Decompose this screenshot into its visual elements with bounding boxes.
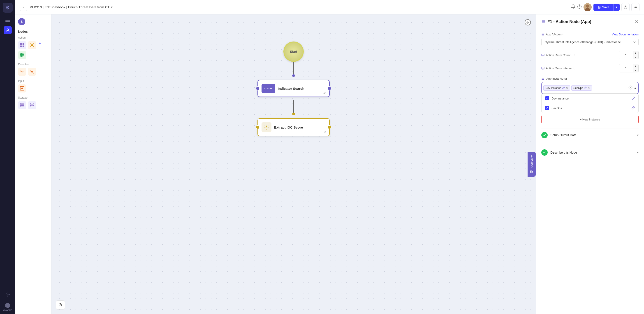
node1-number: #1 xyxy=(324,92,326,95)
node-indicator-search[interactable]: CYWARE Indicator Search #1 xyxy=(258,80,330,97)
retry-count-up[interactable]: ▲ xyxy=(633,51,638,55)
svg-rect-43 xyxy=(532,172,533,172)
input-label: Input xyxy=(18,80,48,82)
close-panel-button[interactable]: ✕ xyxy=(635,19,638,24)
save-dropdown-button[interactable]: ▾ xyxy=(613,4,620,11)
svg-point-11 xyxy=(625,6,626,8)
svg-rect-20 xyxy=(20,43,22,45)
retry-interval-up[interactable]: ▲ xyxy=(633,64,638,68)
svg-rect-0 xyxy=(6,19,10,19)
setup-output-arrow[interactable]: ▾ xyxy=(637,133,638,137)
storage-node-1[interactable] xyxy=(18,101,26,109)
s-badge: S xyxy=(18,18,25,25)
svg-rect-2 xyxy=(6,22,10,22)
expand-arrow[interactable]: » xyxy=(39,41,41,49)
condition-label: Condition xyxy=(18,63,48,66)
action-node-app[interactable] xyxy=(18,41,26,49)
describe-node-label: Describe this Node xyxy=(550,151,577,154)
node2-right-dot xyxy=(328,125,332,129)
view-documentation-link[interactable]: View Documentation xyxy=(612,33,638,36)
condition-node-branch[interactable] xyxy=(18,68,26,76)
more-options-button[interactable]: ••• xyxy=(631,3,640,11)
retry-interval-row: Action Retry Interval ⓘ ▲ ▼ xyxy=(541,64,638,72)
connector-dot-2 xyxy=(292,112,295,115)
sidebar-settings[interactable] xyxy=(4,290,12,299)
instance-secops-close[interactable]: ✕ xyxy=(588,86,590,90)
svg-point-24 xyxy=(31,44,33,46)
secops-link-icon[interactable] xyxy=(632,106,635,110)
instance-tag-secops: SecOps ✕ xyxy=(571,85,592,91)
dropdown-item-secops[interactable]: ✓ SecOps xyxy=(542,103,638,113)
main-wrapper: ‹ PLB310 | Edit Playbook | Enrich Threat… xyxy=(15,0,644,314)
retry-interval-info-icon: ⓘ xyxy=(574,66,576,70)
new-instance-button[interactable]: + New Instance xyxy=(541,115,638,124)
condition-category: Condition xyxy=(18,63,48,76)
retry-count-down[interactable]: ▼ xyxy=(633,55,638,59)
save-button[interactable]: Save xyxy=(594,4,613,11)
start-node[interactable]: Start xyxy=(284,42,304,62)
overview-label: Overview xyxy=(530,156,534,168)
bell-icon[interactable] xyxy=(571,4,576,10)
svg-rect-56 xyxy=(542,67,544,69)
app-action-select[interactable]: Cyware Threat Intelligence eXchange (CTI… xyxy=(541,38,638,46)
right-panel: #1 - Action Node (App) ✕ App / Action * … xyxy=(536,14,644,314)
instance-dev-link-icon[interactable] xyxy=(562,86,565,90)
dev-link-icon[interactable] xyxy=(632,96,635,100)
storage-category: Storage xyxy=(18,96,48,109)
svg-line-15 xyxy=(626,8,627,8)
retry-count-input[interactable] xyxy=(619,52,633,59)
cyware-brand-logo: CYWARE xyxy=(3,302,12,311)
retry-count-input-wrap: ▲ ▼ xyxy=(619,51,638,59)
connector-1 xyxy=(293,62,294,75)
describe-node-check xyxy=(541,149,548,156)
describe-node-arrow[interactable]: ▾ xyxy=(637,151,638,154)
node-extract-ioc[interactable]: Extract IOC Score #2 xyxy=(258,118,330,136)
setup-output-row[interactable]: Setup Output Data ▾ xyxy=(541,128,638,142)
instance-secops-label: SecOps xyxy=(573,86,583,90)
svg-point-30 xyxy=(31,71,33,72)
header-right: Save ▾ ••• xyxy=(571,3,640,11)
retry-count-info-icon: ⓘ xyxy=(572,53,574,57)
condition-node-gear[interactable] xyxy=(28,68,36,76)
sidebar-hamburger[interactable] xyxy=(4,16,12,24)
instance-secops-link-icon[interactable] xyxy=(584,86,587,90)
instance-dev-close[interactable]: ✕ xyxy=(566,86,568,90)
overview-button[interactable]: Overview xyxy=(528,152,536,176)
retry-interval-down[interactable]: ▼ xyxy=(633,68,638,72)
instances-toggle-arrow[interactable]: ▲ xyxy=(634,86,636,90)
clear-all-button[interactable] xyxy=(628,86,632,90)
breadcrumb: PLB310 | Edit Playbook | Enrich Threat D… xyxy=(30,5,113,9)
right-panel-header: #1 - Action Node (App) ✕ xyxy=(536,14,644,28)
right-panel-body: App / Action * View Documentation Cyware… xyxy=(536,28,644,163)
instances-box[interactable]: Dev Instance ✕ SecOps ✕ xyxy=(541,82,638,94)
content-area: S Nodes Action » xyxy=(15,14,644,314)
sidebar-item-users[interactable] xyxy=(4,26,12,34)
node1-title: Indicator Search xyxy=(278,86,304,90)
describe-node-row[interactable]: Describe this Node ▾ xyxy=(541,146,638,159)
user-avatar[interactable] xyxy=(584,3,592,11)
canvas: Start CYWARE Indicator Search #1 xyxy=(52,14,536,314)
node1-left-dot xyxy=(256,86,260,90)
svg-rect-22 xyxy=(20,46,22,47)
dropdown-secops-label: SecOps xyxy=(552,106,562,110)
dev-checkbox[interactable]: ✓ xyxy=(545,96,549,100)
svg-rect-45 xyxy=(532,170,533,171)
secops-checkbox[interactable]: ✓ xyxy=(545,106,549,110)
dropdown-item-dev[interactable]: ✓ Dev Instance xyxy=(542,94,638,103)
node2-title: Extract IOC Score xyxy=(274,126,303,129)
svg-rect-25 xyxy=(20,53,24,57)
nodes-panel-title: Nodes xyxy=(18,30,48,34)
input-node[interactable] xyxy=(18,84,26,92)
action-node-gear[interactable] xyxy=(28,41,36,49)
zoom-button[interactable] xyxy=(56,300,65,310)
bulb-button[interactable] xyxy=(622,3,630,11)
storage-node-2[interactable] xyxy=(28,101,36,109)
action-node-transform[interactable] xyxy=(18,51,26,59)
help-icon[interactable] xyxy=(577,4,582,10)
back-button[interactable]: ‹ xyxy=(20,4,27,11)
svg-rect-34 xyxy=(20,106,24,107)
retry-interval-input[interactable] xyxy=(619,65,633,72)
instances-dropdown: ✓ Dev Instance ✓ SecOps xyxy=(541,94,638,113)
scroll-down-icon[interactable] xyxy=(524,19,531,26)
svg-line-14 xyxy=(624,6,624,6)
